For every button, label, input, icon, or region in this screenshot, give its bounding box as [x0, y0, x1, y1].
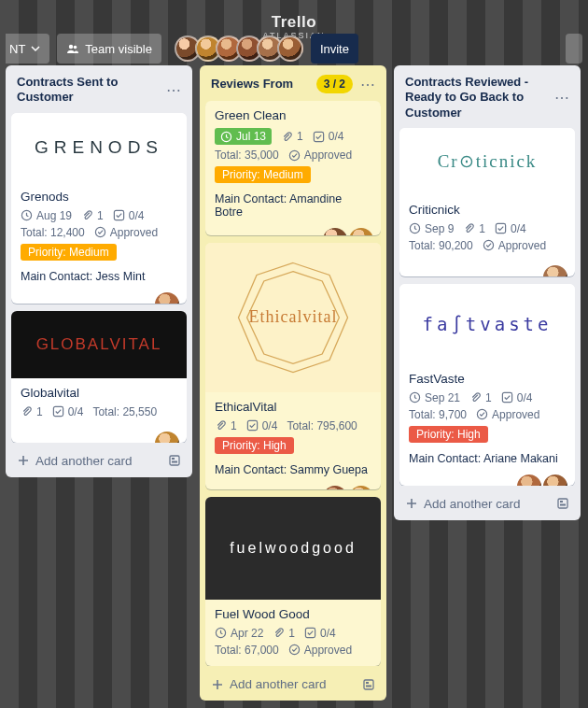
card-container: Green CleanJul 1310/4Total: 35,000Approv… [205, 101, 381, 666]
svg-rect-14 [247, 421, 257, 431]
checklist-count: 0/4 [501, 391, 533, 404]
template-icon[interactable] [362, 678, 375, 691]
avatar[interactable] [543, 474, 567, 486]
due-date: Sep 21 [409, 391, 460, 404]
checklist-count: 0/4 [313, 130, 344, 143]
approved-icon [483, 239, 495, 251]
clock-icon [409, 391, 421, 404]
svg-point-0 [69, 45, 73, 49]
add-card-button[interactable]: Add another card [405, 497, 521, 511]
clock-icon [215, 627, 227, 639]
card-title: Green Clean [215, 108, 371, 122]
avatar[interactable] [323, 486, 347, 489]
attachments-count: 1 [273, 627, 295, 640]
card[interactable]: GRENODSGrenodsAug 1910/4Total: 12,400App… [11, 113, 187, 304]
add-card-button[interactable]: Add another card [211, 677, 327, 691]
svg-rect-25 [502, 393, 511, 403]
approved-field: Approved [483, 239, 546, 252]
contact-field: Main Contact: Ariane Makani [409, 452, 566, 465]
approved-field: Approved [288, 644, 352, 657]
list-title[interactable]: Contracts Reviewed - Ready to Go Back to… [405, 75, 554, 120]
template-icon[interactable] [168, 454, 181, 467]
attachments-count: 1 [81, 209, 104, 222]
svg-point-4 [95, 227, 105, 236]
svg-rect-6 [170, 456, 179, 465]
card[interactable]: Cr⊙ticnickCriticnickSep 910/4Total: 90,2… [399, 128, 575, 276]
card[interactable]: fuelwoodgoodFuel Wood GoodApr 2210/4Tota… [205, 497, 381, 666]
total-field: Total: 25,550 [92, 405, 157, 418]
total-field: Total: 12,400 [21, 226, 85, 239]
checklist-icon [313, 131, 325, 143]
avatar[interactable] [349, 228, 373, 235]
svg-rect-27 [558, 499, 567, 508]
approved-field: Approved [94, 226, 158, 239]
contact-field: Main Contact: Jess Mint [21, 270, 177, 283]
avatar[interactable] [323, 228, 347, 235]
svg-point-1 [74, 46, 77, 50]
card-members [517, 474, 567, 486]
chevron-down-icon [31, 44, 40, 53]
attachment-icon [463, 222, 475, 234]
approved-icon [288, 149, 301, 162]
card[interactable]: Green CleanJul 1310/4Total: 35,000Approv… [205, 101, 381, 235]
plus-icon [211, 678, 224, 691]
list: Reviews From3 / 2⋯Green CleanJul 1310/4T… [200, 65, 386, 701]
card-cover: Ethicalvital [205, 243, 381, 392]
card[interactable]: GLOBALVITALGlobalvital10/4Total: 25,550 [11, 311, 187, 443]
avatar[interactable] [349, 486, 373, 489]
total-field: Total: 90,200 [409, 239, 473, 252]
attachment-icon [215, 419, 227, 432]
checklist-count: 0/4 [52, 405, 84, 418]
checklist-icon [304, 627, 316, 639]
template-icon[interactable] [556, 497, 569, 510]
approved-field: Approved [288, 149, 352, 162]
svg-rect-22 [496, 224, 505, 234]
card-cover: fa∫tvaste [399, 284, 575, 364]
contact-field: Main Contact: Sammy Guepa [215, 463, 371, 476]
avatar[interactable] [517, 474, 541, 486]
svg-point-23 [483, 241, 493, 250]
checklist-count: 0/4 [304, 627, 336, 640]
checklist-icon [495, 222, 507, 234]
attachments-count: 1 [463, 222, 485, 235]
attachments-count: 1 [21, 405, 43, 418]
clock-icon [409, 222, 421, 234]
invite-button[interactable]: Invite [311, 34, 358, 64]
plus-icon [405, 497, 418, 510]
truncated-button[interactable]: NT [6, 34, 49, 64]
clock-icon [220, 131, 232, 143]
list: Contracts Reviewed - Ready to Go Back to… [394, 65, 581, 520]
list-header: Contracts Sent to Customer⋯ [11, 71, 187, 113]
board-members[interactable] [180, 35, 303, 62]
board-canvas[interactable]: Contracts Sent to Customer⋯GRENODSGrenod… [0, 65, 588, 708]
list-menu-icon[interactable]: ⋯ [166, 81, 181, 99]
list-title[interactable]: Reviews From [211, 77, 293, 92]
card-title: Fuel Wood Good [215, 607, 371, 621]
svg-rect-18 [364, 680, 373, 689]
svg-rect-19 [366, 682, 369, 684]
attachment-icon [281, 131, 293, 143]
attachments-count: 1 [281, 130, 303, 143]
list-menu-icon[interactable]: ⋯ [360, 76, 375, 93]
list-menu-icon[interactable]: ⋯ [554, 89, 569, 106]
avatar[interactable] [155, 432, 179, 443]
avatar[interactable] [155, 292, 179, 304]
due-date-badge: Jul 13 [215, 128, 272, 145]
priority-label: Priority: Medium [21, 244, 117, 261]
list-title[interactable]: Contracts Sent to Customer [17, 75, 166, 106]
card[interactable]: fa∫tvasteFastVasteSep 2110/4Total: 9,700… [399, 284, 575, 486]
add-card-button[interactable]: Add another card [17, 454, 133, 468]
svg-rect-7 [172, 458, 175, 460]
visibility-button[interactable]: Team visible [57, 34, 161, 64]
overflow-button[interactable] [566, 34, 582, 64]
avatar[interactable] [277, 35, 303, 62]
approved-icon [94, 226, 106, 238]
priority-label: Priority: Medium [215, 166, 311, 183]
due-date: Aug 19 [21, 209, 72, 222]
svg-point-17 [289, 644, 299, 654]
avatar[interactable] [543, 265, 567, 276]
card[interactable]: EthicalvitalEthicalVital10/4Total: 795,6… [205, 243, 381, 489]
total-field: Total: 9,700 [409, 408, 467, 421]
checklist-icon [246, 419, 259, 432]
svg-rect-28 [560, 501, 563, 503]
